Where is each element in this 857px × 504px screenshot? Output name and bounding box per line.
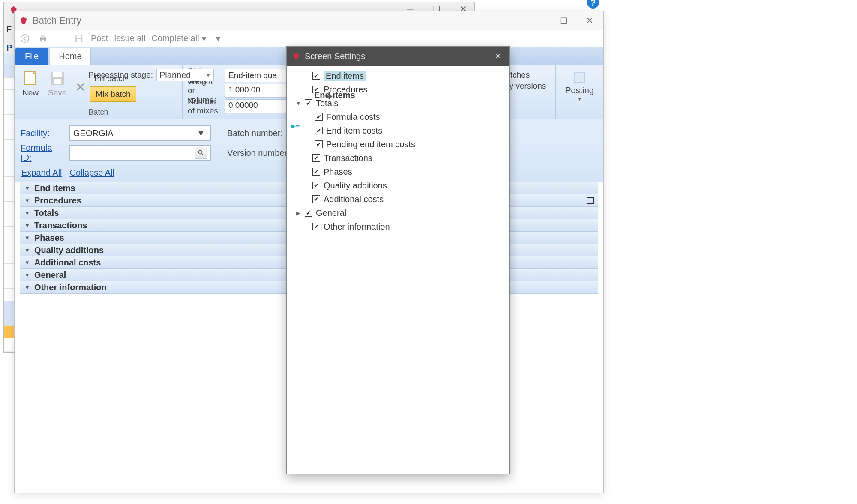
- formula-id-label[interactable]: Formula ID:: [21, 143, 63, 163]
- chevron-down-icon: ▾: [202, 33, 206, 44]
- tab-home[interactable]: Home: [50, 48, 90, 65]
- chevron-right-icon[interactable]: ▶: [295, 210, 301, 216]
- checkbox[interactable]: ✔: [315, 127, 323, 134]
- svg-rect-4: [58, 35, 63, 42]
- tree-item-general[interactable]: ▶ ✔ General: [291, 206, 505, 220]
- app-logo-icon: [19, 16, 28, 25]
- tree-item-additional-costs[interactable]: ✔ Additional costs: [291, 192, 505, 206]
- tree-item-phases[interactable]: ✔ Phases: [291, 165, 505, 179]
- chevron-down-icon: ▼: [195, 128, 207, 138]
- tree-item-pending-end-item-costs[interactable]: ✔ Pending end item costs: [291, 137, 505, 151]
- ribbon-group-batch-caption: Batch: [20, 108, 177, 118]
- tree-label: Formula costs: [326, 112, 380, 122]
- settings-tree: ✔ End items ✔ Procedures ▶━ ▼ ✔ Totals E…: [287, 66, 509, 237]
- processing-stage-label: Processing stage:: [88, 70, 153, 80]
- checkbox[interactable]: ✔: [312, 86, 320, 93]
- checkbox[interactable]: ✔: [315, 140, 323, 148]
- new-button[interactable]: New: [20, 68, 41, 99]
- posting-button[interactable]: Posting ▼: [561, 68, 598, 104]
- tree-item-transactions[interactable]: ✔ Transactions: [291, 151, 505, 165]
- svg-line-14: [202, 154, 204, 155]
- new-label: New: [22, 88, 39, 98]
- close-button[interactable]: ✕: [580, 13, 599, 28]
- tab-file[interactable]: File: [15, 48, 48, 65]
- facility-label[interactable]: Facility:: [21, 128, 63, 138]
- minimize-button[interactable]: ─: [529, 13, 548, 28]
- new-doc-icon[interactable]: [55, 33, 67, 45]
- svg-rect-2: [41, 35, 45, 38]
- print-icon[interactable]: [37, 33, 49, 45]
- dialog-close-button[interactable]: ✕: [491, 50, 504, 63]
- maximize-button[interactable]: ☐: [554, 13, 573, 28]
- tree-item-end-items[interactable]: ✔ End items: [291, 69, 505, 83]
- expand-all-link[interactable]: Expand All: [21, 168, 62, 178]
- checkbox[interactable]: ✔: [312, 154, 320, 162]
- tree-item-other-information[interactable]: ✔ Other information: [291, 220, 505, 233]
- weight-or-volume-value: 1,000.00: [228, 85, 260, 94]
- posting-label: Posting: [565, 86, 594, 95]
- checkbox[interactable]: ✔: [312, 223, 320, 230]
- sizing-mode-value: End-item qua: [228, 71, 277, 80]
- tree-item-formula-costs[interactable]: ✔ Formula costs: [291, 110, 505, 124]
- checkbox[interactable]: ✔: [305, 99, 312, 107]
- section-label: Other information: [34, 283, 107, 292]
- screen-settings-dialog: Screen Settings ✕ ✔ End items ✔ Procedur…: [286, 46, 510, 474]
- save-button[interactable]: Save: [46, 68, 68, 99]
- chevron-down-icon: ▼: [24, 259, 30, 266]
- number-of-mixes-input[interactable]: 0.00000: [225, 99, 289, 113]
- tree-item-quality-additions[interactable]: ✔ Quality additions: [291, 179, 505, 192]
- customize-qat-icon[interactable]: ▾: [212, 33, 224, 45]
- tree-label: Pending end item costs: [326, 140, 415, 149]
- svg-rect-7: [77, 39, 81, 41]
- section-label: Transactions: [34, 221, 87, 230]
- discard-icon[interactable]: ✕: [73, 79, 87, 95]
- tree-label: Transactions: [324, 153, 372, 163]
- collapse-all-link[interactable]: Collapse All: [70, 168, 115, 178]
- chevron-down-icon[interactable]: ▼: [295, 100, 301, 107]
- checkbox[interactable]: ✔: [315, 113, 323, 121]
- dialog-titlebar: Screen Settings ✕: [287, 47, 509, 66]
- app-logo-icon: [292, 52, 300, 60]
- svg-rect-6: [77, 35, 81, 37]
- section-label: Quality additions: [34, 245, 104, 255]
- save-icon[interactable]: [73, 33, 85, 45]
- checkbox[interactable]: ✔: [305, 209, 312, 217]
- tree-item-end-item-costs[interactable]: ✔ End item costs: [291, 124, 505, 137]
- save-icon: [48, 69, 66, 87]
- save-label: Save: [48, 88, 66, 98]
- checkbox[interactable]: ✔: [312, 168, 320, 176]
- checkbox[interactable]: ✔: [312, 195, 320, 203]
- checkbox[interactable]: ✔: [312, 72, 320, 80]
- titlebar: Batch Entry ─ ☐ ✕: [15, 11, 603, 30]
- new-doc-icon: [21, 69, 39, 87]
- sizing-mode-select[interactable]: End-item qua: [225, 69, 289, 82]
- facility-combo[interactable]: GEORGIA ▼: [69, 125, 211, 141]
- maximize-section-icon[interactable]: [587, 197, 594, 204]
- svg-point-0: [21, 34, 29, 42]
- search-icon[interactable]: [195, 147, 207, 159]
- tree-label: Phases: [324, 167, 352, 177]
- section-label: General: [34, 270, 66, 280]
- post-button[interactable]: Post: [91, 33, 108, 43]
- svg-rect-3: [41, 39, 45, 42]
- tree-label: End items: [324, 71, 366, 81]
- chevron-down-icon: ▼: [24, 272, 30, 278]
- weight-or-volume-input[interactable]: 1,000.00: [225, 84, 289, 98]
- help-label: ?: [590, 0, 596, 8]
- issue-all-button[interactable]: Issue all: [114, 33, 145, 43]
- checkbox[interactable]: ✔: [312, 182, 320, 189]
- mix-batch-button[interactable]: Mix batch: [90, 86, 136, 102]
- processing-stage-select[interactable]: Planned ▼: [156, 69, 214, 81]
- version-number-label: Version number:: [227, 148, 296, 158]
- section-label: Procedures: [34, 196, 81, 206]
- svg-rect-12: [575, 72, 585, 83]
- help-icon[interactable]: ?: [587, 0, 599, 9]
- processing-stage-value: Planned: [159, 70, 191, 80]
- formula-id-lookup[interactable]: [69, 145, 211, 161]
- tree-item-procedures[interactable]: ✔ Procedures: [291, 83, 505, 96]
- tree-item-totals[interactable]: ▼ ✔ Totals End items ✥: [291, 96, 505, 110]
- tree-label: General: [316, 208, 346, 218]
- chevron-down-icon: ▼: [24, 235, 30, 241]
- complete-all-button[interactable]: Complete all ▾: [151, 33, 206, 44]
- back-icon[interactable]: [19, 33, 31, 45]
